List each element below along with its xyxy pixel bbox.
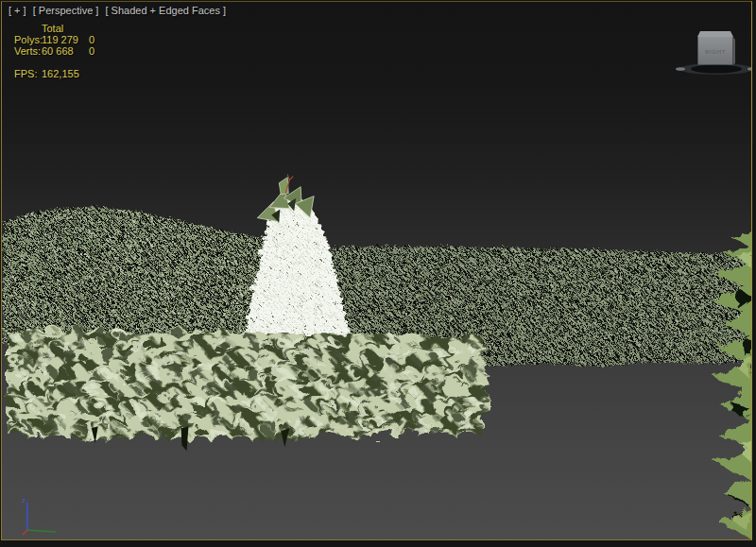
statistics-hud: Total Polys: 119 279 0 Verts: 60 668 0 F… [14,23,104,79]
bush-right-base [709,227,751,538]
viewport-general-menu[interactable]: [ + ] [9,5,26,16]
stats-fps-value: 162,155 [42,68,89,79]
leaf [279,178,288,195]
viewcube-face-label[interactable]: RIGHT [705,48,726,55]
stats-verts-total: 60 668 [42,45,89,57]
viewport-shading-menu[interactable]: [ Shaded + Edged Faces ] [105,5,226,16]
scene-3d-view[interactable]: z [2,2,751,539]
hedge-foreground[interactable] [2,318,488,443]
stats-polys-total: 119 279 [42,34,89,45]
stats-verts-selected: 0 [89,45,104,57]
perspective-viewport[interactable]: z [ + ] [ Perspective ] [ Shaded + Edged… [1,1,752,540]
viewcube-top-face[interactable] [697,31,733,37]
bush-right-edge[interactable] [709,227,751,538]
viewcube[interactable]: RIGHT [674,25,752,83]
stats-polys-row: Polys: 119 279 0 [14,34,104,45]
hedge-foreground-highlights [2,318,488,443]
viewcube-side-face[interactable] [733,37,735,65]
z-axis-label: z [22,496,26,504]
stats-polys-selected: 0 [89,34,104,45]
viewport-pov-menu[interactable]: [ Perspective ] [33,5,99,16]
viewcube-ring-tip-left [676,67,685,71]
stats-header-row: Total [14,23,104,34]
stats-fps-label: FPS: [14,68,42,79]
viewcube-ring-shadow [691,65,742,74]
y-axis [27,530,56,532]
stats-verts-label: Verts: [14,45,42,57]
stats-verts-row: Verts: 60 668 0 [14,45,104,57]
3dsmax-viewport-window[interactable]: z [ + ] [ Perspective ] [ Shaded + Edged… [0,0,756,547]
stats-polys-label: Polys: [14,34,42,45]
viewport-label: [ + ] [ Perspective ] [ Shaded + Edged F… [9,5,230,16]
stats-fps-row: FPS: 162,155 [14,68,104,79]
hanging-leaf [281,428,289,447]
world-axis-gizmo: z [22,496,56,535]
stats-header-total: Total [42,23,89,34]
x-axis [23,530,27,535]
hanging-leaf [181,426,189,451]
